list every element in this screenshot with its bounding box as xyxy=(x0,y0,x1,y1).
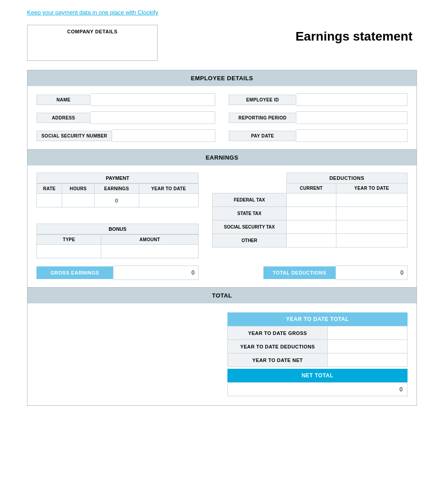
ytd-deductions-value[interactable] xyxy=(327,340,407,353)
ytd-gross-row: YEAR TO DATE GROSS xyxy=(228,326,408,340)
employee-id-field-row: EMPLOYEE ID xyxy=(229,93,408,106)
earnings-columns: PAYMENT RATE HOURS EARNINGS YEAR TO DATE xyxy=(36,173,408,258)
top-link-container: Keep your payment data in one place with… xyxy=(0,0,444,20)
earnings-header: EARNINGS xyxy=(27,150,417,165)
state-tax-current[interactable] xyxy=(286,207,336,220)
total-deductions-value: 0 xyxy=(335,266,408,280)
ytd-net-row: YEAR TO DATE NET xyxy=(228,353,408,367)
net-total-row: 0 xyxy=(228,383,408,396)
payment-rate-cell[interactable] xyxy=(37,194,62,207)
ssn-field-row: SOCIAL SECURITY NUMBER xyxy=(36,129,215,142)
gross-earnings-value: 0 xyxy=(113,266,199,280)
pay-date-label: PAY DATE xyxy=(229,131,296,141)
ssn-label: SOCIAL SECURITY NUMBER xyxy=(36,131,112,141)
bonus-table: TYPE AMOUNT xyxy=(36,234,199,258)
deductions-state-row: STATE TAX xyxy=(213,207,408,220)
bonus-col-type: TYPE xyxy=(37,235,101,245)
state-tax-ytd[interactable] xyxy=(336,207,407,220)
main-container: COMPANY DETAILS Earnings statement EMPLO… xyxy=(0,20,444,419)
address-input[interactable] xyxy=(91,111,215,124)
employee-details-section: EMPLOYEE DETAILS NAME ADDRESS xyxy=(27,70,417,150)
payment-earnings-cell[interactable]: 0 xyxy=(95,194,139,207)
employee-id-label: EMPLOYEE ID xyxy=(229,95,296,105)
totals-row: GROSS EARNINGS 0 TOTAL DEDUCTIONS 0 xyxy=(36,266,408,280)
deductions-ss-row: SOCIAL SECURITY TAX xyxy=(213,220,408,234)
gross-earnings-group: GROSS EARNINGS 0 xyxy=(36,266,199,280)
clockify-link[interactable]: Keep your payment data in one place with… xyxy=(27,9,158,16)
payment-table-header: PAYMENT xyxy=(36,173,199,183)
employee-left-col: NAME ADDRESS SOCIAL SECURITY NUMBER xyxy=(36,93,215,142)
total-body: YEAR TO DATE TOTAL YEAR TO DATE GROSS YE… xyxy=(27,303,417,405)
name-label: NAME xyxy=(36,95,91,105)
payment-table: RATE HOURS EARNINGS YEAR TO DATE xyxy=(36,183,199,207)
reporting-period-input[interactable] xyxy=(296,111,408,124)
name-field-row: NAME xyxy=(36,93,215,106)
gross-earnings-label: GROSS EARNINGS xyxy=(36,266,113,279)
name-input[interactable] xyxy=(91,93,215,106)
company-details-label: COMPANY DETAILS xyxy=(67,29,118,34)
left-column: PAYMENT RATE HOURS EARNINGS YEAR TO DATE xyxy=(36,173,199,258)
total-deductions-label: TOTAL DEDUCTIONS xyxy=(263,266,335,279)
bonus-table-header: BONUS xyxy=(36,224,199,234)
payment-hours-cell[interactable] xyxy=(62,194,95,207)
net-total-header: NET TOTAL xyxy=(227,369,408,382)
deductions-col-ytd: YEAR TO DATE xyxy=(336,183,407,193)
header-row: COMPANY DETAILS Earnings statement xyxy=(27,25,417,61)
bonus-row xyxy=(37,245,199,258)
ytd-deductions-row: YEAR TO DATE DEDUCTIONS xyxy=(228,340,408,353)
net-total-table: 0 xyxy=(227,382,408,396)
bonus-amount-cell[interactable] xyxy=(101,245,199,258)
ytd-table-wrap: YEAR TO DATE TOTAL YEAR TO DATE GROSS YE… xyxy=(227,312,408,396)
earnings-section: EARNINGS PAYMENT RATE HOURS EARNIN xyxy=(27,150,417,288)
pay-date-input[interactable] xyxy=(296,129,408,142)
ss-tax-ytd[interactable] xyxy=(336,220,407,234)
other-current[interactable] xyxy=(286,234,336,247)
payment-ytd-cell[interactable] xyxy=(139,194,198,207)
total-section: TOTAL YEAR TO DATE TOTAL YEAR TO DATE GR… xyxy=(27,288,417,406)
ssn-input[interactable] xyxy=(112,129,215,142)
payment-row: 0 xyxy=(37,194,199,207)
bonus-type-cell[interactable] xyxy=(37,245,101,258)
other-ytd[interactable] xyxy=(336,234,407,247)
payment-col-rate: RATE xyxy=(37,184,62,194)
employee-details-header: EMPLOYEE DETAILS xyxy=(27,70,417,86)
employee-right-col: EMPLOYEE ID REPORTING PERIOD PAY DATE xyxy=(229,93,408,142)
net-total-value: 0 xyxy=(228,383,408,396)
ss-tax-label: SOCIAL SECURITY TAX xyxy=(213,220,287,234)
payment-col-ytd: YEAR TO DATE xyxy=(139,184,198,194)
federal-tax-ytd[interactable] xyxy=(336,193,407,207)
employee-details-body: NAME ADDRESS SOCIAL SECURITY NUMBER xyxy=(27,86,417,149)
payment-col-hours: HOURS xyxy=(62,184,95,194)
deductions-col-current: CURRENT xyxy=(286,183,336,193)
reporting-period-label: REPORTING PERIOD xyxy=(229,113,296,123)
employee-grid: NAME ADDRESS SOCIAL SECURITY NUMBER xyxy=(36,93,408,142)
pay-date-field-row: PAY DATE xyxy=(229,129,408,142)
ytd-net-value[interactable] xyxy=(327,353,407,367)
ytd-gross-label: YEAR TO DATE GROSS xyxy=(228,326,328,340)
earnings-body: PAYMENT RATE HOURS EARNINGS YEAR TO DATE xyxy=(27,165,417,287)
address-field-row: ADDRESS xyxy=(36,111,215,124)
deductions-table: DEDUCTIONS CURRENT YEAR TO DATE xyxy=(212,173,408,247)
deductions-main-header: DEDUCTIONS xyxy=(286,173,407,183)
ytd-gross-value[interactable] xyxy=(327,326,407,340)
ss-tax-current[interactable] xyxy=(286,220,336,234)
payment-col-earnings: EARNINGS xyxy=(95,184,139,194)
deductions-other-row: OTHER xyxy=(213,234,408,247)
state-tax-label: STATE TAX xyxy=(213,207,287,220)
deductions-federal-row: FEDERAL TAX xyxy=(213,193,408,207)
company-box: COMPANY DETAILS xyxy=(27,25,158,61)
payment-table-wrap: PAYMENT RATE HOURS EARNINGS YEAR TO DATE xyxy=(36,173,199,207)
bonus-table-wrap: BONUS TYPE AMOUNT xyxy=(36,224,199,258)
employee-id-input[interactable] xyxy=(296,93,408,106)
ytd-total-header: YEAR TO DATE TOTAL xyxy=(227,312,408,326)
ytd-table: YEAR TO DATE GROSS YEAR TO DATE DEDUCTIO… xyxy=(227,326,408,367)
total-deductions-group: TOTAL DEDUCTIONS 0 xyxy=(263,266,408,280)
reporting-period-field-row: REPORTING PERIOD xyxy=(229,111,408,124)
ytd-net-label: YEAR TO DATE NET xyxy=(228,353,328,367)
federal-tax-label: FEDERAL TAX xyxy=(213,193,287,207)
other-label: OTHER xyxy=(213,234,287,247)
total-header: TOTAL xyxy=(27,288,417,303)
earnings-title: Earnings statement xyxy=(295,25,417,44)
federal-tax-current[interactable] xyxy=(286,193,336,207)
bonus-col-amount: AMOUNT xyxy=(101,235,199,245)
